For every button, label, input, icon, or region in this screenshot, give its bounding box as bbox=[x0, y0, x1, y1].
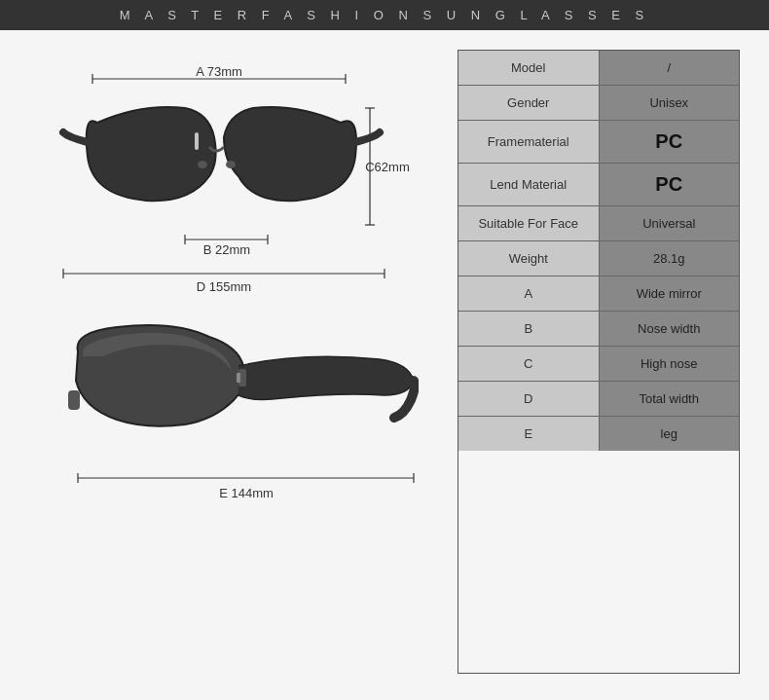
spec-value: PC bbox=[599, 164, 739, 206]
spec-label: Framematerial bbox=[458, 121, 599, 164]
svg-rect-19 bbox=[68, 390, 80, 410]
spec-value: Unisex bbox=[599, 86, 739, 121]
spec-row: FramematerialPC bbox=[458, 121, 739, 164]
spec-label: C bbox=[458, 347, 599, 382]
spec-label: Gender bbox=[458, 86, 599, 121]
main-content: A 73mm C62mm bbox=[0, 30, 769, 693]
spec-row: CHigh nose bbox=[458, 347, 739, 382]
spec-value: PC bbox=[599, 121, 739, 164]
left-section: A 73mm C62mm bbox=[29, 50, 438, 674]
spec-value: / bbox=[599, 51, 739, 86]
svg-rect-8 bbox=[195, 132, 199, 150]
spec-row: DTotal width bbox=[458, 382, 739, 417]
spec-row: Model/ bbox=[458, 51, 739, 86]
spec-value: leg bbox=[599, 417, 739, 452]
spec-value: Nose width bbox=[599, 312, 739, 347]
svg-text:C62mm: C62mm bbox=[365, 160, 410, 174]
svg-text:A 73mm: A 73mm bbox=[196, 64, 242, 79]
site-header: M A S T E R F A S H I O N S U N G L A S … bbox=[0, 0, 769, 30]
svg-point-10 bbox=[226, 161, 236, 168]
front-view-container: A 73mm C62mm bbox=[49, 50, 419, 303]
spec-label: E bbox=[458, 417, 599, 452]
side-view-svg: E 144mm bbox=[49, 293, 419, 517]
specs-table: Model/GenderUnisexFramematerialPCLend Ma… bbox=[458, 51, 739, 451]
spec-row: Eleg bbox=[458, 417, 739, 452]
side-view-container: E 144mm bbox=[49, 293, 419, 517]
spec-value: 28.1g bbox=[599, 241, 739, 276]
svg-text:B 22mm: B 22mm bbox=[203, 242, 250, 257]
spec-row: AWide mirror bbox=[458, 276, 739, 312]
spec-value: Total width bbox=[599, 382, 739, 417]
spec-label: B bbox=[458, 312, 599, 347]
spec-label: Lend Material bbox=[458, 164, 599, 206]
spec-label: Weight bbox=[458, 241, 599, 276]
spec-value: Wide mirror bbox=[599, 276, 739, 312]
svg-text:D 155mm: D 155mm bbox=[197, 279, 251, 294]
spec-row: Suitable For FaceUniversal bbox=[458, 206, 739, 241]
spec-row: Weight28.1g bbox=[458, 241, 739, 276]
spec-row: BNose width bbox=[458, 312, 739, 347]
svg-text:E 144mm: E 144mm bbox=[219, 486, 274, 500]
spec-row: Lend MaterialPC bbox=[458, 164, 739, 206]
spec-label: Suitable For Face bbox=[458, 206, 599, 241]
front-view-svg: A 73mm C62mm bbox=[49, 50, 419, 303]
spec-label: A bbox=[458, 276, 599, 312]
spec-label: Model bbox=[458, 51, 599, 86]
spec-label: D bbox=[458, 382, 599, 417]
svg-rect-21 bbox=[237, 373, 240, 383]
header-title: M A S T E R F A S H I O N S U N G L A S … bbox=[120, 8, 649, 22]
spec-value: Universal bbox=[599, 206, 739, 241]
spec-row: GenderUnisex bbox=[458, 86, 739, 121]
specs-table-container: Model/GenderUnisexFramematerialPCLend Ma… bbox=[458, 50, 740, 674]
svg-point-9 bbox=[198, 161, 207, 168]
spec-value: High nose bbox=[599, 347, 739, 382]
